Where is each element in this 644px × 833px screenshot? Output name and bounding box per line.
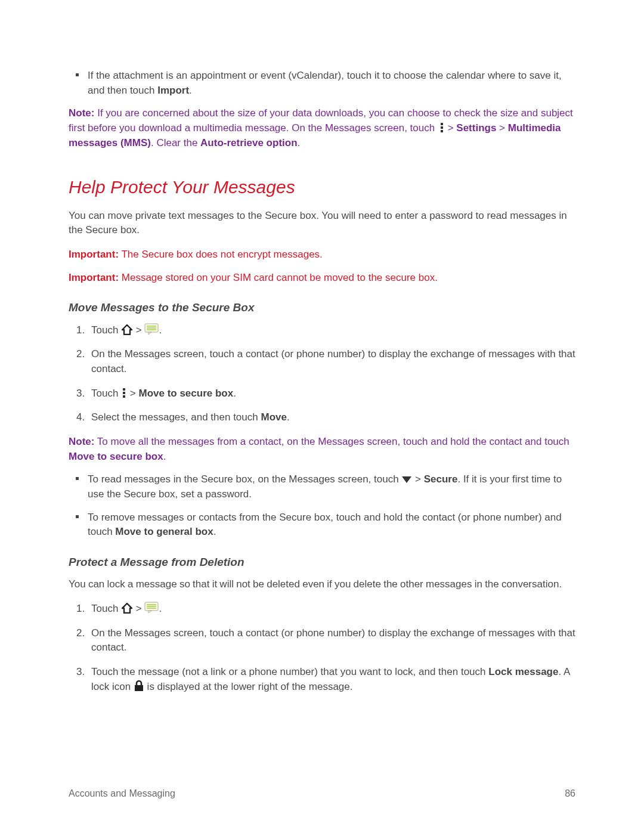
home-icon (121, 603, 133, 614)
text-bold: Move to secure box (138, 388, 233, 399)
lock-icon (134, 680, 144, 692)
text: is displayed at the lower right of the m… (144, 681, 353, 692)
text: To read messages in the Secure box, on t… (88, 473, 401, 485)
home-icon (121, 324, 133, 335)
heading-protect-deletion: Protect a Message from Deletion (69, 554, 575, 571)
text: On the Messages screen, touch a contact … (91, 627, 575, 654)
messages-icon (144, 602, 159, 614)
secure-box-bullets: To read messages in the Secure box, on t… (69, 472, 575, 540)
text: . (189, 85, 192, 96)
text-bold: Move to secure box (69, 451, 163, 462)
text-bold: Move to general box (115, 526, 213, 537)
note-auto-retrieve: Note: If you are concerned about the siz… (69, 106, 575, 150)
text: . (213, 526, 216, 537)
text: The Secure box does not encrypt messages… (119, 249, 323, 260)
text: > (133, 324, 144, 336)
list-item: On the Messages screen, touch a contact … (88, 347, 575, 376)
text: Touch (91, 324, 121, 336)
text: Select the messages, and then touch (91, 411, 261, 423)
list-item: To read messages in the Secure box, on t… (88, 472, 575, 501)
heading-move-secure: Move Messages to the Secure Box (69, 299, 575, 316)
footer-section: Accounts and Messaging (69, 786, 175, 800)
text: > (412, 473, 423, 485)
text: . (163, 451, 166, 462)
overflow-menu-icon (438, 122, 445, 133)
list-item: Touch > Move to secure box. (88, 386, 575, 401)
note-label: Note: (69, 107, 94, 119)
text-bold: Settings (456, 122, 496, 134)
text: . Clear the (151, 137, 200, 148)
important-label: Important: (69, 249, 119, 260)
text: Touch (91, 388, 121, 399)
list-item: Touch > . (88, 602, 575, 617)
text: Message stored on your SIM card cannot b… (119, 272, 438, 283)
document-page: If the attachment is an appointment or e… (0, 0, 644, 833)
page-footer: Accounts and Messaging 86 (69, 786, 575, 800)
svg-rect-0 (441, 123, 443, 125)
list-item: Select the messages, and then touch Move… (88, 410, 575, 425)
svg-rect-8 (123, 392, 125, 394)
text: To move all the messages from a contact,… (94, 436, 569, 447)
svg-rect-1 (441, 126, 443, 129)
text: > (133, 603, 144, 614)
overflow-menu-icon (121, 388, 127, 398)
note-label: Note: (69, 436, 94, 447)
intro-bullet-list: If the attachment is an appointment or e… (69, 69, 575, 98)
paragraph: You can lock a message so that it will n… (69, 577, 575, 592)
text: . (159, 324, 162, 336)
svg-rect-2 (441, 130, 443, 132)
svg-rect-7 (123, 388, 125, 391)
footer-page-number: 86 (565, 786, 575, 800)
text: . (298, 137, 301, 148)
list-item: Touch the message (not a link or a phone… (88, 665, 575, 694)
important-label: Important: (69, 272, 119, 283)
text-bold: Secure (424, 473, 458, 485)
important-sim: Important: Message stored on your SIM ca… (69, 271, 575, 286)
important-no-encrypt: Important: The Secure box does not encry… (69, 247, 575, 262)
text: . (159, 603, 162, 614)
list-item: On the Messages screen, touch a contact … (88, 626, 575, 655)
list-item: To remove messages or contacts from the … (88, 510, 575, 540)
list-item: If the attachment is an appointment or e… (88, 69, 575, 98)
text-bold: Auto-retrieve option (200, 137, 297, 148)
text: . (287, 411, 290, 423)
steps-lock-message: Touch > . On the Messages screen, touch … (69, 602, 575, 694)
heading-help-protect: Help Protect Your Messages (69, 174, 575, 200)
note-move-all: Note: To move all the messages from a co… (69, 435, 575, 464)
text: > (445, 122, 456, 134)
steps-move-secure: Touch > . On the Messages screen, touch … (69, 323, 575, 425)
text-bold: Lock message (488, 666, 558, 677)
text: > (496, 122, 507, 134)
text-bold: Move (261, 411, 286, 423)
text: . (233, 388, 236, 399)
paragraph: You can move private text messages to th… (69, 209, 575, 238)
text-bold: Import (157, 85, 189, 96)
messages-icon (144, 323, 159, 335)
dropdown-triangle-icon (401, 476, 412, 484)
text: Touch the message (not a link or a phone… (91, 666, 488, 677)
text: Touch (91, 603, 121, 614)
list-item: Touch > . (88, 323, 575, 338)
text: > (127, 388, 138, 399)
svg-rect-9 (123, 395, 125, 398)
svg-rect-14 (135, 685, 143, 691)
text: On the Messages screen, touch a contact … (91, 348, 575, 374)
